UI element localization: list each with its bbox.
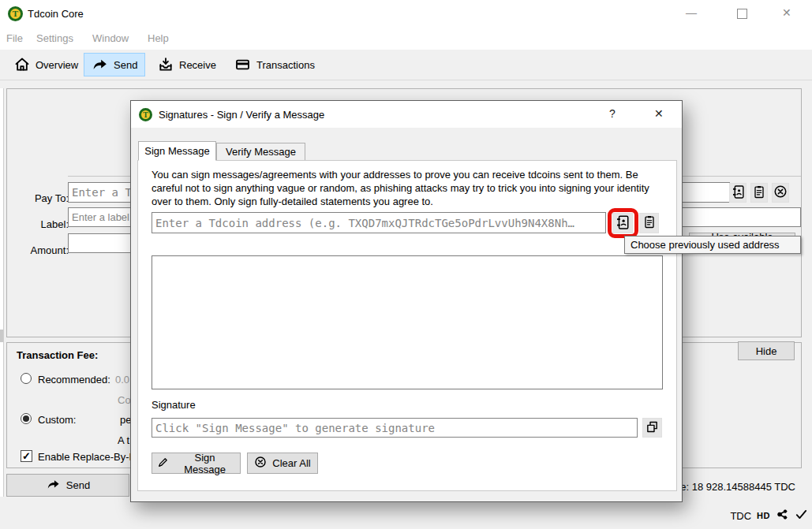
minimize-button[interactable]: — [686, 6, 697, 19]
pay-to-label: Pay To: [17, 192, 69, 204]
tab-send[interactable]: Send [84, 53, 145, 76]
send-button[interactable]: Send [6, 474, 129, 497]
dialog-titlebar: T Signatures - Sign / Verify a Message ?… [131, 101, 682, 128]
signature-output[interactable] [152, 418, 638, 438]
sign-address-input[interactable] [152, 212, 606, 233]
tab-receive[interactable]: Receive [150, 53, 224, 76]
menu-help[interactable]: Help [148, 32, 169, 44]
clipboard-icon [753, 184, 765, 202]
rbf-checkbox[interactable]: ✓ [21, 450, 32, 462]
fee-recommended-radio[interactable] [21, 373, 32, 384]
send-arrow-icon [92, 57, 108, 73]
close-button[interactable]: ✕ [782, 6, 791, 19]
status-bar: TDC HD [730, 506, 808, 525]
menu-window[interactable]: Window [92, 32, 129, 44]
paste-from-clipboard-button[interactable] [750, 183, 768, 203]
card-icon [234, 57, 251, 73]
address-book-icon [732, 184, 745, 202]
clipboard-icon [643, 214, 656, 232]
paste-address-button[interactable] [639, 213, 659, 233]
label-label: Label: [17, 218, 69, 230]
choose-address-button[interactable] [612, 213, 633, 233]
menu-file[interactable]: File [6, 32, 23, 44]
message-textarea[interactable] [152, 255, 663, 389]
maximize-button[interactable] [737, 9, 747, 19]
tab-transactions[interactable]: Transactions [226, 53, 323, 76]
circle-x-icon [254, 456, 267, 471]
dialog-close-button[interactable]: ✕ [654, 107, 664, 120]
signature-label: Signature [152, 399, 196, 411]
send-arrow-icon [46, 478, 61, 494]
titlebar: T Tdcoin Core — ✕ [0, 0, 812, 28]
sign-verify-dialog: T Signatures - Sign / Verify a Message ?… [130, 100, 683, 502]
copy-signature-button[interactable] [642, 418, 662, 438]
main-toolbar: Overview Send Receive Transactions [0, 50, 812, 80]
clear-entry-button[interactable] [772, 183, 789, 203]
amount-label: Amount: [17, 244, 69, 256]
tab-sign-message[interactable]: Sign Message [138, 141, 216, 161]
sync-check-icon [795, 508, 808, 523]
toolbar-label: Send [114, 59, 137, 71]
tdcoin-logo-icon: T [139, 108, 152, 121]
hd-wallet-badge: HD [757, 511, 770, 520]
sign-message-button[interactable]: Sign Message [152, 453, 241, 474]
pen-icon [157, 456, 169, 471]
tab-overview[interactable]: Overview [6, 53, 86, 76]
tab-verify-message[interactable]: Verify Message [216, 143, 305, 161]
address-book-button[interactable] [729, 183, 747, 203]
toolbar-label: Transactions [256, 59, 315, 71]
rbf-label: Enable Replace-By-Fe [38, 451, 141, 463]
app-window: T Tdcoin Core — ✕ File Settings Window H… [0, 0, 812, 529]
circle-x-icon [773, 184, 788, 201]
menu-settings[interactable]: Settings [36, 32, 73, 44]
window-title: Tdcoin Core [28, 8, 84, 20]
toolbar-label: Receive [179, 59, 216, 71]
tdcoin-logo-icon: T [8, 6, 23, 21]
home-icon [14, 57, 30, 73]
clear-all-button[interactable]: Clear All [247, 453, 318, 474]
tooltip: Choose previously used address [624, 236, 801, 254]
receive-tray-icon [158, 57, 174, 73]
menubar: File Settings Window Help [0, 28, 812, 50]
toolbar-label: Overview [36, 59, 78, 71]
unit-label[interactable]: TDC [730, 510, 751, 522]
dialog-title: Signatures - Sign / Verify a Message [159, 109, 324, 121]
address-book-icon [616, 214, 630, 233]
fee-confirmation-text: Co [118, 394, 131, 406]
dialog-help-button[interactable]: ? [609, 107, 616, 120]
fee-custom-radio[interactable] [21, 413, 32, 424]
sign-message-pane: You can sign messages/agreements with yo… [137, 160, 677, 491]
fee-title: Transaction Fee: [17, 349, 98, 361]
sign-description: You can sign messages/agreements with yo… [152, 168, 664, 208]
hide-fee-button[interactable]: Hide [738, 341, 795, 360]
network-peers-icon[interactable] [776, 508, 789, 523]
scrollbar-track[interactable] [0, 88, 4, 497]
fee-warning-text: A t [118, 434, 129, 446]
fee-recommended-value: 0.0 [115, 374, 129, 386]
fee-custom-label: Custom: [38, 414, 76, 426]
fee-recommended-label: Recommended: [38, 374, 110, 386]
copy-icon [645, 420, 659, 436]
scrollbar-thumb[interactable] [0, 330, 3, 342]
